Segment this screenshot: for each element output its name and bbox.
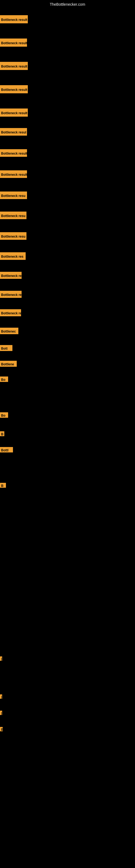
bottleneck-badge-13: Bottleneck res (0, 291, 21, 298)
bottleneck-badge-8: Bottleneck resu (0, 191, 27, 199)
bottleneck-badge-18: Bo (0, 376, 8, 382)
bottleneck-badge-14: Bottleneck re (0, 309, 21, 316)
bottleneck-badge-5: Bottleneck resul (0, 128, 27, 135)
bottleneck-badge-0: Bottleneck result (0, 15, 28, 23)
bottleneck-badge-12: Bottleneck re (0, 272, 21, 279)
bottleneck-badge-2: Bottleneck result (0, 62, 28, 70)
bottleneck-badge-6: Bottleneck result (0, 149, 27, 157)
bottleneck-badge-20: B (0, 431, 4, 436)
bottleneck-badge-23: | (0, 656, 2, 661)
bottleneck-badge-17: Bottlene (0, 361, 17, 367)
bottleneck-badge-1: Bottleneck result (0, 38, 27, 46)
bottleneck-badge-19: Bo (0, 412, 8, 418)
bottleneck-badge-26: B (0, 727, 3, 731)
bottleneck-badge-24: | (0, 694, 2, 699)
bottleneck-badge-9: Bottleneck resu (0, 212, 27, 219)
bottleneck-badge-3: Bottleneck result (0, 85, 28, 93)
bottleneck-badge-11: Bottleneck res (0, 252, 26, 260)
bottleneck-badge-10: Bottleneck resu (0, 232, 27, 240)
bottleneck-badge-15: Bottlenec (0, 328, 18, 334)
site-title: TheBottlenecker.com (0, 2, 135, 6)
bottleneck-badge-21: Bottl (0, 447, 13, 453)
bottleneck-badge-22: B (0, 483, 6, 488)
bottleneck-badge-16: Bott (0, 345, 12, 351)
bottleneck-badge-25: | (0, 711, 2, 715)
bottleneck-badge-4: Bottleneck result (0, 108, 28, 117)
bottleneck-badge-7: Bottleneck result (0, 170, 27, 178)
